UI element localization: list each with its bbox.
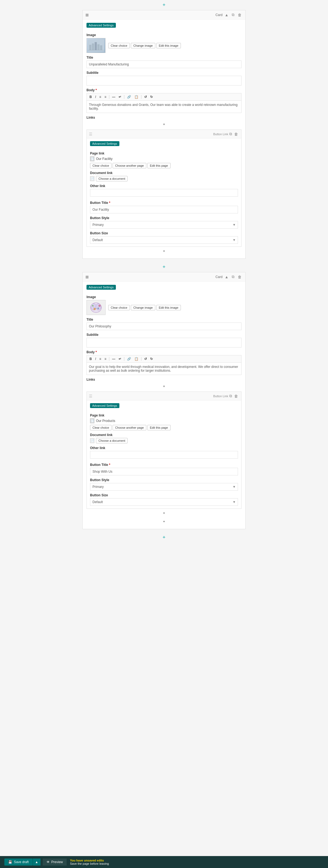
card-1-title-input[interactable] [86, 61, 242, 68]
card-2-links-bottom-add-2[interactable]: + [86, 517, 242, 526]
plus-icon-final: + [163, 535, 166, 540]
card-1-adv-settings[interactable]: Advanced Settings [86, 23, 116, 28]
plus-icon-links-1: + [163, 122, 165, 126]
undo-btn-2[interactable]: ↺ [143, 356, 148, 361]
drag-handle-2[interactable]: ☰ [89, 394, 92, 398]
card-2-page-choose-btn[interactable]: Choose another page [113, 425, 146, 430]
card-1-button-title-input[interactable] [90, 206, 238, 213]
card-2-change-image-btn[interactable]: Change image [131, 305, 155, 310]
ul-btn-1[interactable]: ≡ [98, 94, 102, 99]
card-2-button-link-block: ☰ Button Link ⧉ 🗑 Advanced Settings Page… [86, 392, 242, 509]
card-2-chevron-up[interactable]: ▲ [224, 274, 229, 280]
manufacturing-image [87, 38, 105, 53]
bold-btn-2[interactable]: B [88, 356, 93, 361]
card-1-other-link-input[interactable] [90, 189, 238, 196]
card-1-image-label: Image [86, 33, 242, 37]
top-add-button[interactable]: + [82, 0, 246, 10]
card-1-button-style-select[interactable]: Primary Secondary Link [90, 221, 238, 228]
card-2-button-style-select[interactable]: Primary Secondary Link [90, 483, 238, 491]
plus-icon: + [163, 2, 166, 8]
card-1-links-section: Links + ☰ Button Link ⧉ 🗑 Advanced Setti… [86, 116, 242, 255]
card-1-button-title-label: Button Title [90, 201, 238, 205]
card-1-image-thumb [86, 38, 106, 53]
card-2-btn-link-copy[interactable]: ⧉ [228, 393, 233, 399]
card-1-clear-choice-btn[interactable]: Clear choice [108, 43, 130, 48]
italic-btn-2[interactable]: I [94, 356, 97, 361]
card-2-adv-settings[interactable]: Advanced Settings [86, 285, 116, 290]
card-2-other-link-input[interactable] [90, 451, 238, 459]
ul-btn-2[interactable]: ≡ [98, 356, 102, 361]
card-1-doc-choose-btn[interactable]: Choose a document [96, 176, 128, 181]
drag-handle-1[interactable]: ☰ [89, 132, 92, 136]
svg-rect-3 [94, 42, 97, 50]
card-2-btn-link-label: Button Link [213, 395, 228, 398]
card-2-add-link-btn[interactable]: + [86, 382, 242, 390]
card-2-button-title-input[interactable] [90, 468, 238, 475]
card-1-other-link-label: Other link [90, 184, 238, 188]
clipboard-btn-1[interactable]: 📋 [133, 94, 139, 99]
card-1-page-link-row: 📄 Our Facility [90, 156, 238, 161]
hr-btn-1[interactable]: — [111, 94, 116, 99]
card-2-edit-image-btn[interactable]: Edit this image [156, 305, 181, 310]
card-2-page-edit-btn[interactable]: Edit this page [147, 425, 170, 430]
clipboard-btn-2[interactable]: 📋 [133, 356, 139, 361]
card-2-delete-btn[interactable]: 🗑 [237, 274, 243, 280]
plus-icon-links-2: + [163, 384, 165, 388]
card-2-title-input[interactable] [86, 322, 242, 330]
card-1-page-clear-btn[interactable]: Clear choice [90, 163, 111, 168]
card-2-body-content[interactable]: Our goal is to help the world through me… [86, 363, 242, 375]
card-2-doc-choose-btn[interactable]: Choose a document [96, 438, 128, 443]
card-1-subtitle-input[interactable] [86, 76, 242, 86]
card-1-delete-btn[interactable]: 🗑 [237, 12, 243, 18]
hr-btn-2[interactable]: — [111, 356, 116, 361]
rte-divider-1 [109, 95, 109, 99]
card-1-btn-adv-settings[interactable]: Advanced Settings [90, 141, 119, 146]
final-add-btn[interactable]: + [82, 532, 246, 542]
card-1-change-image-btn[interactable]: Change image [131, 43, 155, 48]
card-2-button-title-label: Button Title [90, 463, 238, 467]
card-2-button-style-wrapper: Primary Secondary Link ▼ [90, 483, 238, 491]
card-1-btn-link-body: Advanced Settings Page link 📄 Our Facili… [87, 138, 241, 247]
card-1-page-link-actions: Clear choice Choose another page Edit th… [90, 163, 238, 168]
enter-btn-2[interactable]: ↵ [117, 356, 122, 361]
card-2-button-size-wrapper: Default Small Large ▼ [90, 498, 238, 506]
redo-btn-1[interactable]: ↻ [149, 94, 154, 99]
card-1-doc-link-label: Document link [90, 171, 238, 175]
svg-rect-5 [100, 45, 102, 50]
card-1-btn-link-copy[interactable]: ⧉ [228, 131, 233, 137]
card-2-page-clear-btn[interactable]: Clear choice [90, 425, 111, 430]
card-1-chevron-up[interactable]: ▲ [224, 12, 229, 18]
card-2-btn-adv-settings[interactable]: Advanced Settings [90, 403, 119, 408]
card-2-subtitle-input[interactable] [86, 338, 242, 347]
card-2-page-link-row: 📄 Our Products [90, 418, 238, 423]
card-1-links-bottom-add[interactable]: + [86, 247, 242, 255]
card-2-btn-link-delete[interactable]: 🗑 [233, 394, 239, 399]
bold-btn-1[interactable]: B [88, 94, 93, 99]
card-1-copy-btn[interactable]: ⧉ [230, 12, 236, 18]
rte-divider-6 [141, 357, 141, 361]
card-1-body-content[interactable]: Through Generous donations and Grants, O… [86, 100, 242, 113]
link-btn-1[interactable]: 🔗 [126, 94, 132, 99]
card-1-button-size-select[interactable]: Default Small Large [90, 236, 238, 244]
ol-btn-2[interactable]: ≡ [103, 356, 107, 361]
card-1-body-label: Body [86, 88, 242, 92]
italic-btn-1[interactable]: I [94, 94, 97, 99]
redo-btn-2[interactable]: ↻ [149, 356, 154, 361]
card-1-add-link-btn[interactable]: + [86, 121, 242, 128]
card-1-page-edit-btn[interactable]: Edit this page [147, 163, 170, 168]
link-btn-2[interactable]: 🔗 [126, 356, 132, 361]
undo-btn-1[interactable]: ↺ [143, 94, 148, 99]
card-1-btn-link-delete[interactable]: 🗑 [233, 131, 239, 137]
calendar-icon-2: ▦ [85, 275, 89, 279]
ol-btn-1[interactable]: ≡ [103, 94, 107, 99]
plus-icon-2c: + [163, 519, 165, 523]
card-2-links-bottom-add-1[interactable]: + [86, 509, 242, 517]
card-1-doc-link-row: 📄 Choose a document [90, 176, 238, 181]
enter-btn-1[interactable]: ↵ [117, 94, 122, 99]
card-2-button-size-select[interactable]: Default Small Large [90, 498, 238, 506]
card-2-copy-btn[interactable]: ⧉ [230, 274, 236, 280]
between-cards-add[interactable]: + [82, 262, 246, 272]
card-1-edit-image-btn[interactable]: Edit this image [156, 43, 181, 48]
card-1-page-choose-btn[interactable]: Choose another page [113, 163, 146, 168]
card-2-clear-choice-btn[interactable]: Clear choice [108, 305, 130, 310]
